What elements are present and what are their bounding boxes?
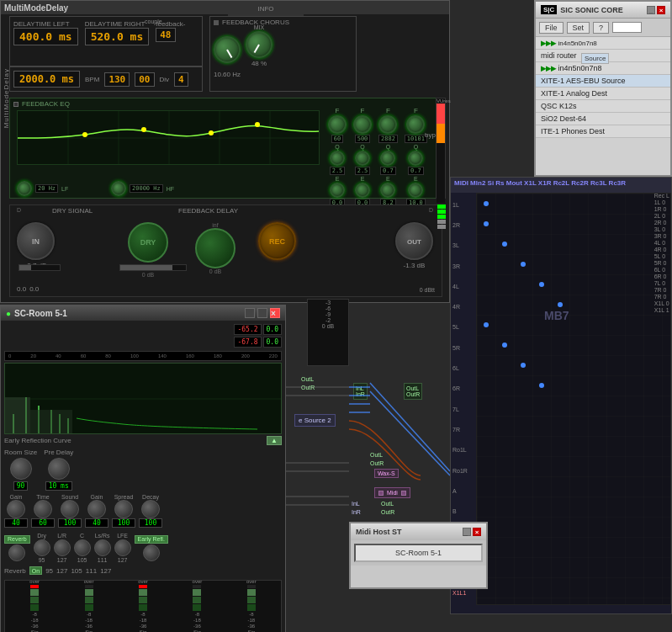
bpm-value[interactable]: 130	[104, 72, 130, 87]
sc-item-qsc[interactable]: QSC K12s	[536, 100, 670, 113]
early-refl-toggle[interactable]: Early Refl.	[135, 535, 168, 544]
sc-item-in2[interactable]: ▶▶▶ in4n5n0n7n8	[536, 62, 670, 75]
eq-f-knob2[interactable]	[353, 115, 372, 134]
delay-right-section: DELAYTIME RIGHT 520.0 ms	[85, 20, 150, 45]
midi-host-title-bar: Midi Host ST _ ×	[351, 523, 486, 540]
eq-f-knob3[interactable]	[378, 115, 397, 134]
close-button[interactable]: ×	[270, 308, 280, 318]
help-button[interactable]: ?	[593, 22, 609, 34]
eq-point4[interactable]	[255, 122, 260, 127]
feedback-value[interactable]: 48	[156, 28, 175, 42]
svg-text:MB7: MB7	[544, 309, 569, 322]
maximize-button[interactable]	[257, 308, 267, 318]
er-toggle[interactable]: ▲	[267, 436, 282, 445]
sc-item-in1[interactable]: ▶▶▶ in4n5n0n7n8	[536, 37, 670, 50]
eq-q-knob4[interactable]	[408, 151, 423, 166]
sc-item-sio2[interactable]: SiO2 Dest-64	[536, 113, 670, 125]
bpm-right[interactable]: 00	[135, 72, 154, 87]
sc-item-xite-analog[interactable]: XITE-1 Analog Dest	[536, 88, 670, 100]
eq-f-knob1[interactable]	[328, 115, 347, 134]
delay-right-value[interactable]: 520.0 ms	[85, 28, 150, 45]
gain-knob1[interactable]	[7, 500, 25, 518]
sc-room-label[interactable]: SC-Room 5-1	[354, 544, 483, 562]
midi-input-port[interactable]	[378, 491, 384, 496]
rec-knob[interactable]: REC	[258, 222, 296, 260]
midi-output-port[interactable]	[401, 491, 406, 496]
sc-close[interactable]: ×	[657, 6, 665, 14]
delay-left-value[interactable]: 400.0 ms	[13, 28, 78, 45]
sc-item-xite-aes[interactable]: XITE-1 AES-EBU Source	[536, 75, 670, 88]
minimize-button[interactable]	[245, 308, 255, 318]
eq-point3[interactable]	[209, 130, 214, 135]
dry-fader-track[interactable]	[119, 264, 187, 271]
chorus-mix-knob[interactable]: MIX	[246, 31, 273, 58]
source-label: Source	[581, 53, 609, 64]
set-button[interactable]: Set	[567, 22, 590, 34]
midi-host-close[interactable]: ×	[473, 528, 481, 536]
dry-knob[interactable]: DRY	[128, 222, 168, 263]
eq-e-knob3[interactable]	[380, 183, 395, 198]
spread-param: Spread 100	[112, 494, 135, 528]
decay-knob[interactable]	[141, 500, 160, 518]
eq-e-knob1[interactable]	[330, 183, 345, 198]
inl-node[interactable]: InL InR	[353, 383, 368, 400]
out-r-label: OutR	[301, 385, 315, 390]
sound-param: Sound 100	[58, 494, 82, 528]
eq-e-knob2[interactable]	[355, 183, 370, 198]
c-knob[interactable]	[74, 539, 91, 556]
out-knob[interactable]: OUT	[395, 222, 433, 260]
eq-point2[interactable]	[141, 127, 146, 132]
lr-knob[interactable]	[54, 539, 71, 556]
lf-knob[interactable]	[17, 181, 32, 196]
eq-q-knob2[interactable]	[355, 151, 370, 166]
eq-f-knob4[interactable]	[406, 115, 425, 134]
sonic-core-panel: S|C SIC SONIC CORE _ × File Set ? ▶▶▶ in…	[534, 0, 672, 177]
sc-items-list: ▶▶▶ in4n5n0n7n8 midi router ▶▶▶ in4n5n0n…	[536, 37, 670, 138]
sc-item-phones[interactable]: ITE-1 Phones Dest	[536, 125, 670, 138]
reverb-toggle[interactable]: Reverb	[4, 535, 30, 544]
spread-knob[interactable]	[114, 500, 133, 518]
out-r-label2: OutR	[370, 460, 384, 466]
svg-point-21	[539, 282, 544, 287]
hf-knob[interactable]	[111, 181, 126, 196]
freq-ruler: 020406080100140160180200220	[8, 353, 278, 358]
lfe-knob[interactable]	[114, 539, 131, 556]
gain-knob2[interactable]	[87, 500, 106, 518]
eq-q-knob3[interactable]	[380, 151, 395, 166]
pre-delay-knob[interactable]	[48, 458, 70, 480]
eq-point1[interactable]	[82, 132, 87, 137]
reverb-level-knob[interactable]	[8, 544, 25, 561]
midi-host-window: Midi Host ST _ × SC-Room 5-1	[349, 522, 488, 589]
time-param: Time 60	[31, 494, 55, 528]
chorus-knob1[interactable]	[214, 36, 241, 63]
out-l-label: OutL	[301, 376, 314, 382]
eq-e-knob4[interactable]	[408, 183, 423, 198]
div-value[interactable]: 4	[174, 72, 188, 87]
in-fader-track[interactable]	[19, 264, 61, 271]
eq-q-knob1[interactable]	[330, 151, 345, 166]
feedback-knob[interactable]	[195, 228, 235, 268]
sc-search-input[interactable]	[612, 22, 642, 33]
file-button[interactable]: File	[539, 22, 564, 34]
midi-node-box[interactable]: Midi	[374, 487, 410, 498]
ms-value[interactable]: 2000.0 ms	[13, 71, 80, 88]
midi-host-content: SC-Room 5-1	[351, 540, 486, 566]
in-knob[interactable]: IN	[17, 222, 55, 260]
out-l-label2: OutL	[370, 452, 383, 458]
outl-node[interactable]: OutL OutR	[404, 383, 422, 400]
sc-minimize[interactable]: _	[647, 6, 655, 14]
reverb-toggle2[interactable]: On	[29, 566, 42, 575]
source2-node[interactable]: e Source 2	[294, 414, 336, 427]
out-l-label3: OutL	[381, 501, 394, 507]
sound-knob[interactable]	[61, 500, 79, 518]
midi-label-wax: Wax-S	[374, 469, 399, 478]
early-refl-knob[interactable]	[143, 544, 160, 561]
room-size-knob[interactable]	[10, 458, 32, 480]
midi-host-minimize[interactable]: _	[463, 528, 471, 536]
sonic-core-title: S|C SIC SONIC CORE _ ×	[536, 2, 670, 19]
meter-val3: -67.8	[234, 337, 261, 348]
eq-curve-display	[18, 111, 320, 165]
reverb-dry-knob[interactable]	[34, 539, 50, 556]
lsrs-knob[interactable]	[94, 539, 111, 556]
time-knob[interactable]	[34, 500, 52, 518]
